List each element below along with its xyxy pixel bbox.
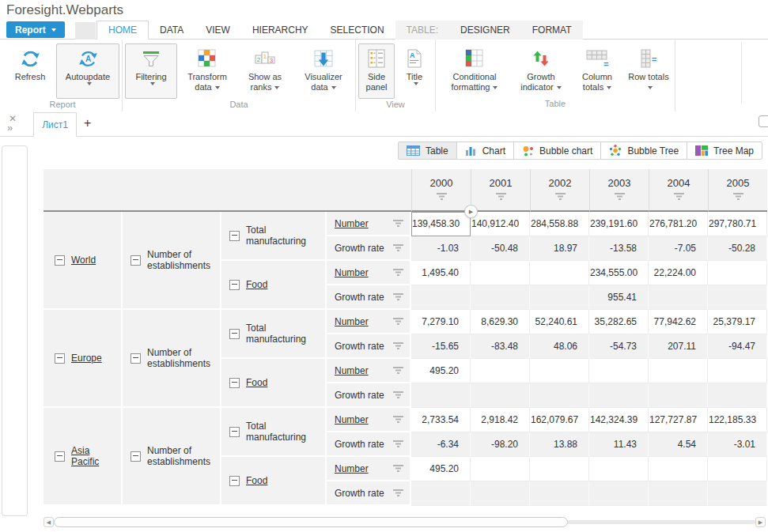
table-cell[interactable]: 234,555.00 <box>589 261 649 285</box>
table-cell[interactable] <box>589 359 649 383</box>
table-cell[interactable]: 22,224.00 <box>649 261 708 285</box>
table-cell[interactable]: 1,495.40 <box>411 261 471 285</box>
collapse-icon[interactable] <box>55 255 65 266</box>
table-cell[interactable] <box>471 285 530 310</box>
table-cell[interactable] <box>530 261 589 285</box>
collapse-icon[interactable] <box>229 427 240 437</box>
table-cell[interactable] <box>649 285 708 310</box>
region-link[interactable]: World <box>71 255 96 266</box>
region-link[interactable]: Asia Pacific <box>71 445 116 467</box>
table-cell[interactable] <box>411 383 471 408</box>
horizontal-scrollbar[interactable]: ◀ ▶ <box>44 516 766 528</box>
filter-icon[interactable] <box>393 465 403 472</box>
table-cell[interactable] <box>589 481 649 506</box>
table-cell[interactable]: 122,185.33 <box>708 408 767 432</box>
table-cell[interactable]: -3.01 <box>708 432 767 457</box>
table-cell[interactable] <box>708 481 767 506</box>
table-cell[interactable]: 495.20 <box>411 457 471 481</box>
table-cell[interactable] <box>530 285 589 310</box>
table-cell[interactable]: 127,727.87 <box>649 408 708 432</box>
table-cell[interactable] <box>708 383 767 408</box>
transform-data-button[interactable]: Transform data <box>179 43 236 96</box>
report-menu-button[interactable]: Report <box>6 21 65 38</box>
column-header-2001[interactable]: 2001 <box>471 169 530 212</box>
table-cell[interactable]: 7,279.10 <box>411 310 471 334</box>
collapsed-side-panel[interactable] <box>2 145 28 516</box>
table-cell[interactable]: 18.97 <box>530 236 589 261</box>
table-cell[interactable]: 4.54 <box>649 432 708 457</box>
column-header-2005[interactable]: 2005 <box>708 169 767 212</box>
tab-hierarchy[interactable]: HIERARCHY <box>241 21 320 40</box>
table-cell[interactable] <box>649 383 708 408</box>
collapse-icon[interactable] <box>229 231 240 241</box>
table-cell[interactable]: 207.11 <box>649 334 708 359</box>
show-as-ranks-button[interactable]: 2 1 3 Show as ranks <box>237 43 293 96</box>
table-cell[interactable]: -83.48 <box>471 334 530 359</box>
table-cell[interactable] <box>708 261 767 285</box>
collapse-icon[interactable] <box>55 353 65 364</box>
industry-link[interactable]: Food <box>246 279 267 290</box>
refresh-button[interactable]: Refresh <box>6 43 55 85</box>
table-cell[interactable]: 48.06 <box>530 334 589 359</box>
view-chart-button[interactable]: Chart <box>456 141 514 160</box>
industry-link[interactable]: Food <box>246 475 267 486</box>
filtering-button[interactable]: Filtering <box>125 43 177 99</box>
filter-icon[interactable] <box>393 269 403 276</box>
region-link[interactable]: Europe <box>71 353 102 364</box>
measure-link[interactable]: Number <box>335 267 369 278</box>
filter-icon[interactable] <box>393 220 403 227</box>
filter-icon[interactable] <box>393 244 403 251</box>
measure-link[interactable]: Number <box>335 414 369 425</box>
row-totals-button[interactable]: = Row totals <box>625 43 672 96</box>
collapse-icon[interactable] <box>229 378 240 388</box>
table-cell[interactable]: -1.03 <box>411 236 471 261</box>
filter-icon[interactable] <box>393 367 403 374</box>
collapse-icon[interactable] <box>229 329 240 339</box>
table-cell[interactable] <box>530 481 589 506</box>
table-cell[interactable]: 495.20 <box>411 359 471 383</box>
add-sheet-button[interactable]: + <box>84 116 91 130</box>
table-cell[interactable] <box>649 359 708 383</box>
table-cell[interactable]: 162,079.67 <box>530 408 589 432</box>
table-cell[interactable] <box>471 359 530 383</box>
measure-link[interactable]: Number <box>335 316 369 327</box>
collapse-icon[interactable] <box>229 476 240 486</box>
table-cell[interactable] <box>530 359 589 383</box>
tab-data[interactable]: DATA <box>149 21 195 40</box>
table-cell[interactable]: 955.41 <box>589 285 649 310</box>
collapse-icon[interactable] <box>131 255 141 266</box>
table-cell[interactable] <box>530 383 589 408</box>
table-cell-selected[interactable]: 139,458.30 <box>411 212 471 236</box>
table-cell[interactable]: -50.28 <box>708 236 767 261</box>
table-cell[interactable]: 2,733.54 <box>411 408 471 432</box>
tab-view[interactable]: VIEW <box>195 21 241 40</box>
table-cell[interactable]: 13.88 <box>530 432 589 457</box>
scroll-right-button[interactable]: ▶ <box>755 517 766 527</box>
tab-format[interactable]: FORMAT <box>521 21 583 40</box>
table-cell[interactable] <box>589 383 649 408</box>
table-cell[interactable]: 11.43 <box>589 432 649 457</box>
sheet-tab-list1[interactable]: Лист1 <box>33 112 77 137</box>
filter-icon[interactable] <box>393 440 403 447</box>
table-cell[interactable] <box>649 457 708 481</box>
conditional-formatting-button[interactable]: Conditional formatting <box>438 43 511 96</box>
measure-link[interactable]: Number <box>335 365 369 376</box>
table-cell[interactable] <box>471 481 530 506</box>
table-cell[interactable] <box>471 457 530 481</box>
table-cell[interactable]: -94.47 <box>708 334 767 359</box>
tab-home[interactable]: HOME <box>96 21 149 40</box>
filter-icon[interactable] <box>393 391 403 398</box>
industry-link[interactable]: Food <box>246 377 267 388</box>
table-cell[interactable]: 2,918.42 <box>471 408 530 432</box>
table-cell[interactable]: 297,780.71 <box>708 212 767 236</box>
table-cell[interactable]: 25,379.17 <box>708 310 767 334</box>
view-tree-map-button[interactable]: Tree Map <box>687 141 762 160</box>
table-cell[interactable] <box>530 457 589 481</box>
table-cell[interactable]: 77,942.62 <box>649 310 708 334</box>
collapse-icon[interactable] <box>229 280 240 290</box>
measure-link[interactable]: Number <box>335 463 369 474</box>
tab-selection[interactable]: SELECTION <box>320 21 395 40</box>
filter-icon[interactable] <box>393 342 403 349</box>
table-cell[interactable]: -13.58 <box>589 236 649 261</box>
table-cell[interactable]: -15.65 <box>411 334 471 359</box>
